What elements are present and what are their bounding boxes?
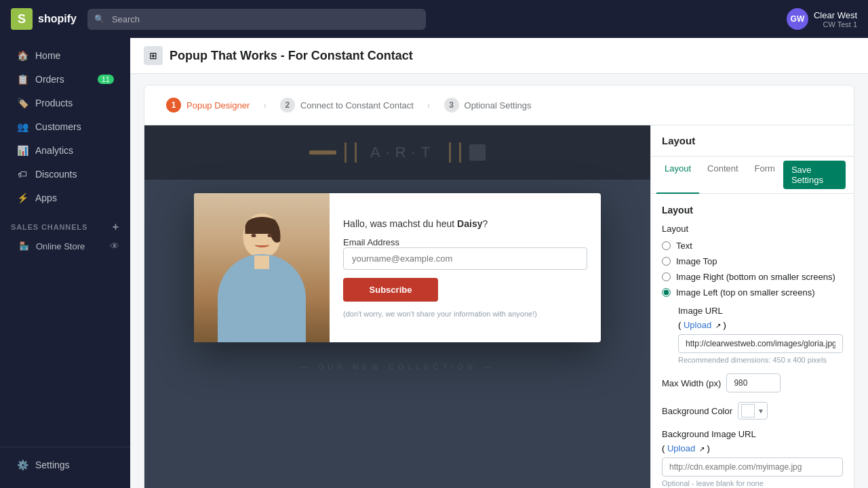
image-url-input[interactable] bbox=[678, 334, 843, 353]
tab-form[interactable]: Form bbox=[747, 157, 783, 194]
sidebar-item-customers[interactable]: 👥 Customers bbox=[5, 115, 125, 138]
wizard-step-2-label: Connect to Constant Contact bbox=[300, 100, 414, 110]
wizard-step-1-label: Popup Designer bbox=[186, 100, 250, 110]
image-upload-link[interactable]: Upload bbox=[684, 320, 711, 330]
greeting-text: Hallo, was machst du heut bbox=[343, 218, 457, 229]
image-url-label: Image URL bbox=[678, 306, 843, 316]
user-menu[interactable]: GW Clear West CW Test 1 bbox=[787, 8, 857, 30]
layout-options-group: Layout Text Image Top bbox=[662, 224, 843, 364]
page-content: 1 Popup Designer › 2 Connect to Constant… bbox=[130, 74, 868, 488]
color-picker-arrow: ▼ bbox=[757, 407, 764, 415]
bg-color-group: Background Color ▼ bbox=[662, 402, 843, 420]
orders-icon: 📋 bbox=[16, 73, 28, 85]
user-name: Clear West bbox=[814, 10, 857, 20]
wizard-step-2-num: 2 bbox=[280, 98, 295, 113]
layout-option-image-right[interactable]: Image Right (bottom on smaller screens) bbox=[662, 269, 843, 285]
layout-radio-image-right[interactable] bbox=[662, 272, 671, 281]
online-store-visibility-icon[interactable]: 👁 bbox=[110, 241, 119, 251]
sidebar-item-label: Apps bbox=[35, 192, 57, 203]
channels-section: SALES CHANNELS + bbox=[0, 210, 130, 236]
popup-email-input[interactable] bbox=[343, 247, 587, 270]
bg-color-label: Background Color bbox=[662, 406, 732, 416]
max-width-group: Max Width (px) bbox=[662, 373, 843, 392]
split-view: A·R·T bbox=[144, 125, 854, 488]
save-settings-button[interactable]: Save Settings bbox=[783, 161, 846, 189]
user-info: Clear West CW Test 1 bbox=[814, 10, 857, 28]
layout-text-label: Text bbox=[676, 241, 692, 251]
sidebar-item-orders[interactable]: 📋 Orders 11 bbox=[5, 68, 125, 91]
upload-external-icon: ↗ bbox=[715, 322, 721, 329]
channels-add-icon[interactable]: + bbox=[113, 221, 119, 233]
color-picker[interactable]: ▼ bbox=[738, 402, 768, 420]
max-width-input[interactable] bbox=[726, 373, 781, 392]
sidebar: 🏠 Home 📋 Orders 11 🏷️ Products 👥 Custome… bbox=[0, 38, 130, 488]
sidebar-item-label: Settings bbox=[35, 460, 70, 470]
settings-icon: ⚙️ bbox=[16, 459, 28, 471]
layout-option-text[interactable]: Text bbox=[662, 238, 843, 253]
sidebar-sub-label: Online Store bbox=[36, 241, 85, 251]
shopify-icon: S bbox=[11, 8, 33, 30]
popup-greeting: Hallo, was machst du heut Daisy? bbox=[343, 218, 587, 229]
sidebar-item-analytics[interactable]: 📊 Analytics bbox=[5, 139, 125, 162]
popup-disclaimer: (don't worry, we won't share your inform… bbox=[343, 310, 587, 318]
wizard-step-3-num: 3 bbox=[444, 98, 459, 113]
tab-content[interactable]: Content bbox=[699, 157, 747, 194]
layout-section-title: Layout bbox=[662, 205, 843, 216]
popup-subscribe-button[interactable]: Subscribe bbox=[343, 278, 438, 302]
wizard-arrow-2: › bbox=[427, 100, 431, 110]
greeting-suffix: ? bbox=[482, 218, 488, 229]
settings-header: Layout bbox=[651, 125, 854, 157]
wizard-step-1[interactable]: 1 Popup Designer bbox=[158, 94, 258, 117]
sidebar-item-settings[interactable]: ⚙️ Settings bbox=[5, 453, 125, 476]
tab-layout[interactable]: Layout bbox=[656, 157, 699, 194]
logo: S shopify bbox=[11, 8, 77, 30]
sidebar-item-label: Products bbox=[35, 98, 73, 108]
app-wrapper: 1 Popup Designer › 2 Connect to Constant… bbox=[144, 85, 854, 488]
apps-icon: ⚡ bbox=[16, 192, 28, 204]
sidebar-item-label: Home bbox=[35, 50, 60, 61]
wizard-step-3[interactable]: 3 Optional Settings bbox=[436, 94, 540, 117]
avatar: GW bbox=[787, 8, 808, 30]
topbar: S shopify GW Clear West CW Test 1 bbox=[0, 0, 868, 38]
popup-name: Daisy bbox=[457, 218, 482, 229]
content-area: ⊞ Popup That Works - For Constant Contac… bbox=[130, 38, 868, 488]
page-header: ⊞ Popup That Works - For Constant Contac… bbox=[130, 38, 868, 74]
sidebar-item-products[interactable]: 🏷️ Products bbox=[5, 92, 125, 115]
sidebar-item-label: Discounts bbox=[35, 169, 77, 180]
image-dimensions-hint: Recommended dimensions: 450 x 400 pixels bbox=[678, 356, 843, 364]
layout-label: Layout bbox=[662, 224, 843, 234]
layout-radio-text[interactable] bbox=[662, 241, 671, 250]
page-icon-symbol: ⊞ bbox=[149, 50, 157, 61]
popup-body: Hallo, was machst du heut Daisy? Email A… bbox=[330, 193, 601, 342]
sidebar-item-label: Analytics bbox=[35, 145, 73, 156]
search-container bbox=[87, 9, 427, 30]
orders-badge: 11 bbox=[98, 75, 114, 84]
bg-image-upload-link[interactable]: Upload bbox=[667, 443, 695, 453]
page-header-icon: ⊞ bbox=[144, 46, 163, 65]
bg-image-hint: Optional - leave blank for none bbox=[662, 479, 843, 487]
wizard-step-2[interactable]: 2 Connect to Constant Contact bbox=[272, 94, 422, 117]
online-store-icon: 🏪 bbox=[19, 241, 29, 251]
sidebar-item-label: Customers bbox=[35, 121, 81, 132]
bg-image-url-input[interactable] bbox=[662, 458, 843, 476]
layout-image-left-label: Image Left (top on smaller screens) bbox=[676, 287, 814, 298]
layout-radio-image-left[interactable] bbox=[662, 288, 671, 297]
page-title: Popup That Works - For Constant Contact bbox=[170, 49, 413, 63]
layout-option-image-top[interactable]: Image Top bbox=[662, 253, 843, 269]
layout-radio-image-top[interactable] bbox=[662, 257, 671, 266]
sidebar-item-apps[interactable]: ⚡ Apps bbox=[5, 186, 125, 209]
discounts-icon: 🏷 bbox=[16, 168, 28, 180]
bg-image-url-group: Background Image URL ( Upload ↗ ) Option… bbox=[662, 429, 843, 487]
wizard-arrow-1: › bbox=[263, 100, 267, 110]
layout-option-image-left[interactable]: Image Left (top on smaller screens) bbox=[662, 285, 843, 300]
sidebar-item-discounts[interactable]: 🏷 Discounts bbox=[5, 163, 125, 186]
preview-panel: A·R·T bbox=[144, 125, 650, 488]
sidebar-item-home[interactable]: 🏠 Home bbox=[5, 44, 125, 67]
logo-text: shopify bbox=[38, 13, 77, 25]
customers-icon: 👥 bbox=[16, 121, 28, 133]
user-store: CW Test 1 bbox=[814, 20, 857, 28]
popup-preview: Hallo, was machst du heut Daisy? Email A… bbox=[194, 193, 601, 342]
sidebar-item-online-store[interactable]: 🏪 Online Store 👁 bbox=[0, 236, 130, 256]
home-icon: 🏠 bbox=[16, 49, 28, 62]
search-input[interactable] bbox=[87, 9, 427, 30]
